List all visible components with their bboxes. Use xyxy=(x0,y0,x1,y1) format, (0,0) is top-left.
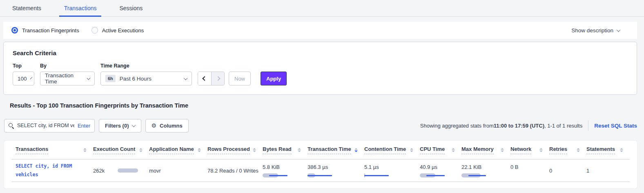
filters-label: Filters (0) xyxy=(105,123,129,129)
results-title: Results - Top 100 Transaction Fingerprin… xyxy=(10,102,188,109)
sort-icon[interactable] xyxy=(620,148,623,152)
column-header-bytes-read[interactable]: Bytes Read xyxy=(263,146,308,154)
table-row: SELECT city, id FROM vehicles 262k movr … xyxy=(11,159,630,182)
top-select[interactable]: 100 xyxy=(13,72,34,85)
search-icon xyxy=(9,123,14,128)
cell-bytes-read: 5.8 KiB xyxy=(263,159,308,182)
cell-statements: 1 xyxy=(586,159,630,182)
column-header-retries[interactable]: Retries xyxy=(549,146,586,154)
bytes-read-bar xyxy=(263,173,289,178)
cell-application-name: movr xyxy=(149,159,207,182)
sort-icon-active[interactable] xyxy=(354,148,358,152)
now-button[interactable]: Now xyxy=(229,72,251,85)
by-field: By Transaction Time xyxy=(40,63,95,85)
cell-transactions: SELECT city, id FROM vehicles xyxy=(11,159,93,182)
top-label: Top xyxy=(13,63,34,69)
chevron-down-icon xyxy=(184,76,188,80)
column-header-rows-processed[interactable]: Rows Processed xyxy=(207,146,263,154)
transaction-fingerprint-link[interactable]: SELECT city, id FROM vehicles xyxy=(16,162,85,179)
chevron-left-icon xyxy=(202,76,207,81)
tab-transactions[interactable]: Transactions xyxy=(62,0,99,16)
time-range-select[interactable]: 6h Past 6 Hours xyxy=(100,72,192,85)
sort-icon[interactable] xyxy=(298,148,301,152)
radio-selected-icon[interactable] xyxy=(11,27,18,34)
top-field: Top 100 xyxy=(13,63,34,85)
chevron-right-icon xyxy=(216,76,220,81)
cell-retries: 0 xyxy=(549,159,586,182)
max-memory-bar xyxy=(461,173,488,178)
columns-button[interactable]: ⚙ Columns xyxy=(145,119,189,132)
cell-max-memory: 22.1 KiB xyxy=(461,159,510,182)
cell-execution-count: 262k xyxy=(93,159,149,182)
radio-transaction-fingerprints[interactable]: Transaction Fingerprints xyxy=(11,27,79,34)
column-header-execution-count[interactable]: Execution Count xyxy=(93,146,149,154)
sort-icon[interactable] xyxy=(539,148,543,152)
sort-icon[interactable] xyxy=(83,148,87,152)
results-controls-row: Enter Filters (0) ⚙ Columns Showing aggr… xyxy=(4,119,637,132)
column-header-network[interactable]: Network xyxy=(510,146,549,154)
contention-time-bar xyxy=(364,173,390,178)
cpu-time-bar xyxy=(420,173,446,178)
gear-icon: ⚙ xyxy=(152,123,157,128)
stats-range: 11:00 to 17:59 (UTC) xyxy=(494,123,544,129)
apply-button[interactable]: Apply xyxy=(261,72,287,85)
time-range-value: Past 6 Hours xyxy=(120,76,152,82)
table-header-row: Transactions Execution Count Application… xyxy=(11,141,630,159)
cell-transaction-time: 386.3 µs xyxy=(308,159,364,182)
column-header-contention-time[interactable]: Contention Time xyxy=(364,146,420,154)
top-select-value: 100 xyxy=(18,76,27,82)
sort-icon[interactable] xyxy=(452,148,455,152)
by-label: By xyxy=(40,63,95,69)
chevron-down-icon xyxy=(87,76,91,80)
time-range-badge: 6h xyxy=(105,75,116,82)
cell-cpu-time: 40.9 µs xyxy=(420,159,461,182)
stats-prefix: Showing aggregated stats from xyxy=(420,123,494,129)
column-header-cpu-time[interactable]: CPU Time xyxy=(420,146,461,154)
cell-contention-time: 5.1 µs xyxy=(364,159,420,182)
radio-active-executions[interactable]: Active Executions xyxy=(91,27,144,34)
time-range-value-group: 6h Past 6 Hours xyxy=(105,75,152,82)
stats-suffix: , 1-1 of 1 results xyxy=(544,123,582,129)
column-header-statements[interactable]: Statements xyxy=(586,146,630,154)
time-range-field: Time Range 6h Past 6 Hours xyxy=(100,63,192,85)
radio-label: Transaction Fingerprints xyxy=(22,27,79,34)
sort-icon[interactable] xyxy=(253,148,256,152)
show-description-label: Show description xyxy=(571,27,613,34)
time-range-label: Time Range xyxy=(100,63,192,69)
column-header-transactions[interactable]: Transactions xyxy=(11,146,93,154)
top-tab-bar: Statements Transactions Sessions xyxy=(0,0,644,17)
sort-icon[interactable] xyxy=(410,148,413,152)
sort-icon[interactable] xyxy=(139,148,143,152)
filters-button[interactable]: Filters (0) xyxy=(99,119,141,132)
sort-icon[interactable] xyxy=(577,148,580,152)
columns-label: Columns xyxy=(160,123,183,129)
transaction-time-bar xyxy=(308,173,334,178)
search-input[interactable] xyxy=(17,123,74,128)
results-table-card: Transactions Execution Count Application… xyxy=(4,141,637,189)
cell-network: 0 B xyxy=(510,159,549,182)
search-box[interactable]: Enter xyxy=(4,119,95,132)
chevron-down-icon xyxy=(131,123,136,127)
time-prev-button[interactable] xyxy=(198,72,211,85)
chevron-down-icon xyxy=(30,77,32,79)
search-criteria-card: Search Criteria Top 100 By Transaction T… xyxy=(3,42,637,95)
tab-statements[interactable]: Statements xyxy=(10,0,44,16)
by-select-value: Transaction Time xyxy=(45,72,83,85)
view-toggle-band: Transaction Fingerprints Active Executio… xyxy=(3,22,637,39)
column-header-application-name[interactable]: Application Name xyxy=(149,146,207,154)
sort-icon[interactable] xyxy=(198,148,201,152)
tab-sessions[interactable]: Sessions xyxy=(117,0,145,16)
radio-label: Active Executions xyxy=(102,27,144,34)
time-next-button[interactable] xyxy=(211,72,224,85)
radio-unselected-icon[interactable] xyxy=(91,27,98,34)
show-description-toggle[interactable]: Show description xyxy=(571,27,629,34)
column-header-max-memory[interactable]: Max Memory xyxy=(461,146,510,154)
vertical-divider xyxy=(588,120,588,131)
by-select[interactable]: Transaction Time xyxy=(40,72,95,85)
search-criteria-form: Top 100 By Transaction Time Time Range 6… xyxy=(13,63,628,85)
column-header-transaction-time[interactable]: Transaction Time xyxy=(308,146,364,154)
aggregated-stats-text: Showing aggregated stats from 11:00 to 1… xyxy=(420,123,582,129)
reset-sql-stats-link[interactable]: Reset SQL Stats xyxy=(594,123,637,129)
execution-count-bar xyxy=(118,168,144,173)
sort-icon[interactable] xyxy=(501,148,504,152)
